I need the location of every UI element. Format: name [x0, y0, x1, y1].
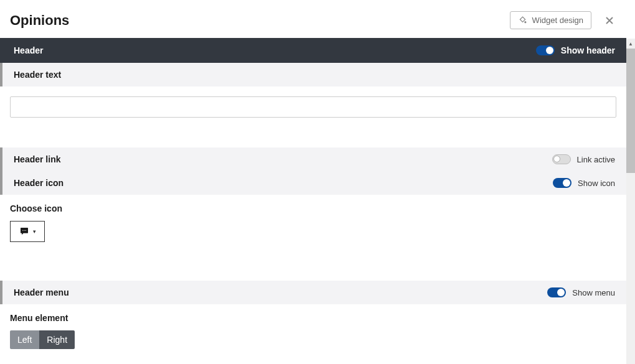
- show-menu-toggle[interactable]: [547, 287, 566, 297]
- menu-element-segmented: Left Right: [10, 330, 75, 349]
- show-icon-toggle-label: Show icon: [578, 179, 615, 188]
- svg-point-0: [524, 21, 526, 23]
- show-icon-toggle[interactable]: [553, 178, 572, 188]
- widget-design-button[interactable]: Widget design: [510, 11, 591, 29]
- header-label: Header: [14, 45, 43, 55]
- header-link-label: Header link: [14, 154, 60, 164]
- chevron-down-icon: ▾: [33, 228, 36, 235]
- svg-point-1: [22, 230, 23, 231]
- menu-element-right-button[interactable]: Right: [39, 330, 75, 349]
- widget-design-label: Widget design: [532, 16, 583, 25]
- show-menu-toggle-label: Show menu: [572, 288, 615, 297]
- show-header-toggle[interactable]: [536, 45, 555, 55]
- choose-icon-dropdown[interactable]: ▾: [10, 221, 45, 242]
- page-title: Opinions: [10, 12, 69, 29]
- scrollbar-thumb[interactable]: [626, 49, 635, 173]
- header-text-input[interactable]: [10, 96, 616, 118]
- header-icon-label: Header icon: [14, 178, 64, 188]
- paint-bucket-icon: [518, 16, 527, 25]
- header-icon-section-bar: Header icon Show icon: [0, 171, 626, 195]
- header-menu-label: Header menu: [14, 287, 69, 297]
- svg-point-3: [25, 230, 26, 231]
- show-header-toggle-label: Show header: [561, 45, 615, 55]
- svg-point-2: [24, 230, 24, 231]
- chat-bubble-icon: [19, 226, 29, 236]
- scrollbar-up-icon[interactable]: ▲: [626, 39, 635, 49]
- close-icon: [605, 16, 614, 25]
- menu-element-left-button[interactable]: Left: [10, 330, 39, 349]
- menu-element-label: Menu element: [10, 313, 616, 323]
- header-text-label: Header text: [14, 70, 61, 80]
- scrollbar[interactable]: ▲: [626, 39, 635, 364]
- header-section-bar: Header Show header: [0, 38, 626, 63]
- link-active-toggle-label: Link active: [577, 155, 615, 164]
- link-active-toggle[interactable]: [552, 154, 571, 164]
- header-text-section-bar: Header text: [0, 63, 626, 86]
- close-button[interactable]: [603, 14, 616, 27]
- header-menu-section-bar: Header menu Show menu: [0, 281, 626, 304]
- choose-icon-label: Choose icon: [10, 203, 616, 213]
- header-link-section-bar: Header link Link active: [0, 147, 626, 171]
